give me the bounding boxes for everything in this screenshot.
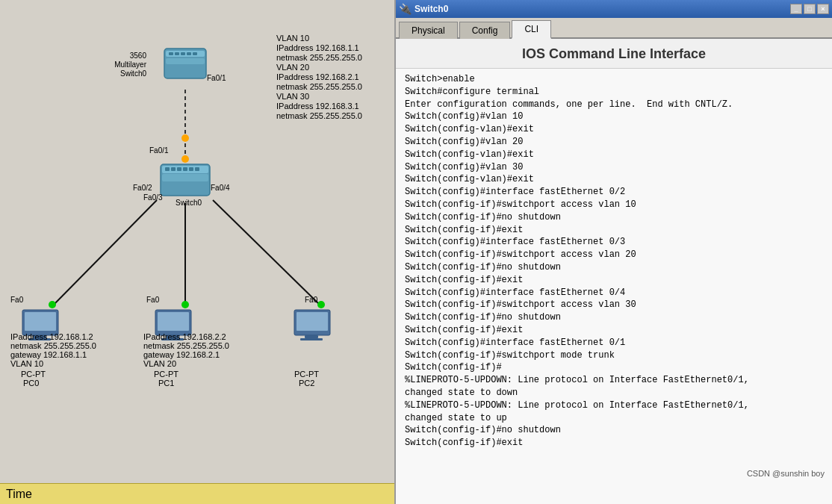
svg-text:Fa0/4: Fa0/4 bbox=[211, 184, 230, 192]
svg-rect-12 bbox=[166, 58, 205, 64]
svg-rect-17 bbox=[187, 52, 191, 55]
svg-text:gateway 192.168.2.1: gateway 192.168.2.1 bbox=[143, 350, 220, 359]
svg-text:Fa0/1: Fa0/1 bbox=[149, 146, 169, 155]
window-title: Switch0 bbox=[415, 4, 448, 14]
svg-point-5 bbox=[181, 134, 189, 142]
svg-text:VLAN 20: VLAN 20 bbox=[276, 63, 309, 72]
svg-text:PC-PT: PC-PT bbox=[294, 370, 319, 379]
svg-rect-13 bbox=[166, 66, 205, 72]
svg-rect-25 bbox=[177, 167, 181, 171]
svg-rect-24 bbox=[171, 167, 176, 171]
svg-point-9 bbox=[317, 301, 325, 308]
svg-text:netmask 255.255.255.0: netmask 255.255.255.0 bbox=[10, 341, 96, 350]
svg-text:Fa0/3: Fa0/3 bbox=[143, 193, 163, 202]
status-time-label: Time bbox=[6, 488, 32, 501]
tab-cli[interactable]: CLI bbox=[512, 20, 551, 39]
svg-point-7 bbox=[49, 301, 56, 308]
svg-text:Fa0: Fa0 bbox=[146, 296, 160, 304]
network-svg: 3560 Multilayer Switch0 Fa0/1 Fa0/1 Fa0/… bbox=[0, 0, 394, 484]
cli-output[interactable]: Switch>enableSwitch#configure terminalEn… bbox=[396, 69, 832, 504]
svg-rect-34 bbox=[158, 312, 189, 331]
svg-rect-30 bbox=[25, 312, 56, 331]
svg-text:VLAN 30: VLAN 30 bbox=[276, 92, 309, 101]
svg-rect-27 bbox=[189, 167, 193, 171]
svg-point-8 bbox=[181, 301, 189, 308]
tab-config[interactable]: Config bbox=[459, 22, 511, 39]
svg-text:Fa0: Fa0 bbox=[10, 296, 24, 304]
tab-bar: Physical Config CLI bbox=[396, 18, 832, 39]
svg-text:IPaddress 192.168.3.1: IPaddress 192.168.3.1 bbox=[276, 102, 359, 111]
svg-text:IPaddress 192.168.2.1: IPaddress 192.168.2.1 bbox=[276, 72, 359, 81]
svg-text:Switch0: Switch0 bbox=[176, 199, 202, 207]
tab-physical[interactable]: Physical bbox=[399, 22, 458, 39]
svg-rect-16 bbox=[181, 52, 185, 55]
svg-text:PC1: PC1 bbox=[158, 379, 174, 388]
svg-text:PC-PT: PC-PT bbox=[154, 370, 178, 379]
svg-text:netmask 255.255.255.0: netmask 255.255.255.0 bbox=[276, 53, 362, 62]
svg-text:PC2: PC2 bbox=[299, 379, 314, 388]
svg-rect-15 bbox=[175, 52, 179, 55]
svg-text:PC-PT: PC-PT bbox=[21, 370, 46, 379]
svg-rect-40 bbox=[300, 338, 323, 340]
svg-rect-39 bbox=[305, 335, 318, 338]
svg-text:Switch0: Switch0 bbox=[120, 69, 146, 78]
svg-rect-22 bbox=[162, 182, 208, 190]
svg-rect-28 bbox=[195, 167, 199, 171]
svg-rect-21 bbox=[162, 174, 208, 181]
svg-rect-14 bbox=[169, 52, 173, 55]
svg-text:IPaddress 192.168.1.1: IPaddress 192.168.1.1 bbox=[276, 43, 359, 52]
svg-rect-18 bbox=[193, 52, 197, 55]
svg-text:3560: 3560 bbox=[130, 52, 147, 60]
svg-rect-38 bbox=[297, 312, 328, 331]
svg-text:PC0: PC0 bbox=[23, 379, 39, 388]
cli-title: IOS Command Line Interface bbox=[396, 39, 832, 69]
window-controls[interactable]: _ □ × bbox=[790, 4, 829, 14]
window-icon: 🔌 bbox=[399, 3, 412, 15]
svg-text:VLAN 10: VLAN 10 bbox=[10, 359, 43, 368]
title-bar: 🔌 Switch0 _ □ × bbox=[396, 0, 832, 18]
status-bar: Time bbox=[0, 483, 394, 504]
svg-text:Fa0/2: Fa0/2 bbox=[133, 184, 152, 192]
svg-text:Fa0/1: Fa0/1 bbox=[207, 74, 226, 82]
svg-text:Fa0: Fa0 bbox=[305, 296, 318, 304]
svg-text:netmask 255.255.255.0: netmask 255.255.255.0 bbox=[143, 341, 229, 350]
network-diagram-panel: 3560 Multilayer Switch0 Fa0/1 Fa0/1 Fa0/… bbox=[0, 0, 394, 504]
svg-text:netmask 255.255.255.0: netmask 255.255.255.0 bbox=[276, 111, 362, 120]
svg-text:netmask 255.255.255.0: netmask 255.255.255.0 bbox=[276, 82, 362, 91]
svg-text:IPaddress 192.168.1.2: IPaddress 192.168.1.2 bbox=[10, 332, 93, 341]
svg-rect-26 bbox=[183, 167, 187, 171]
watermark: CSDN @sunshin boy bbox=[747, 469, 825, 478]
svg-rect-23 bbox=[165, 167, 170, 171]
svg-text:Multilayer: Multilayer bbox=[114, 60, 146, 69]
svg-text:IPaddress 192.168.2.2: IPaddress 192.168.2.2 bbox=[143, 332, 226, 341]
close-button[interactable]: × bbox=[817, 4, 829, 14]
svg-text:VLAN 10: VLAN 10 bbox=[276, 34, 309, 43]
svg-text:VLAN 20: VLAN 20 bbox=[143, 359, 176, 368]
switch-window: 🔌 Switch0 _ □ × Physical Config CLI IOS … bbox=[394, 0, 832, 504]
cli-area: IOS Command Line Interface Switch>enable… bbox=[396, 39, 832, 504]
minimize-button[interactable]: _ bbox=[790, 4, 802, 14]
svg-point-6 bbox=[181, 155, 189, 163]
maximize-button[interactable]: □ bbox=[804, 4, 816, 14]
svg-text:gateway 192.168.1.1: gateway 192.168.1.1 bbox=[10, 350, 87, 359]
